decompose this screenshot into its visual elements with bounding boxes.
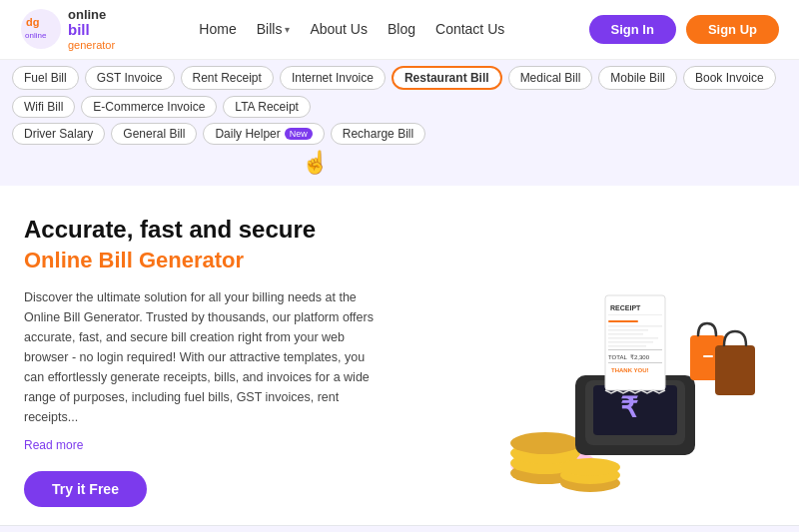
nav-bills[interactable]: Bills ▾ bbox=[257, 21, 291, 37]
svg-rect-22 bbox=[608, 333, 643, 335]
hero-illustration: ₹ RECEIPT TOTAL ₹2,300 THANK YOU! bbox=[425, 216, 775, 515]
svg-text:THANK YOU!: THANK YOU! bbox=[611, 367, 649, 373]
svg-text:TOTAL: TOTAL bbox=[608, 354, 627, 360]
new-badge: New bbox=[285, 128, 313, 140]
svg-rect-26 bbox=[608, 349, 662, 350]
nav-home[interactable]: Home bbox=[199, 21, 236, 37]
hero-section: Accurate, fast and secure Online Bill Ge… bbox=[0, 186, 799, 525]
tag-row-1: Fuel BillGST InvoiceRent ReceiptInternet… bbox=[12, 66, 787, 118]
main-nav: Home Bills ▾ About Us Blog Contact Us bbox=[199, 21, 504, 37]
svg-rect-21 bbox=[608, 329, 648, 331]
cursor-area: ☝ bbox=[12, 150, 787, 180]
tag-item[interactable]: Mobile Bill bbox=[598, 66, 677, 90]
svg-point-0 bbox=[21, 9, 61, 49]
tag-row-2: Driver SalaryGeneral BillDaily HelperNew… bbox=[12, 123, 787, 145]
nav-contact-us[interactable]: Contact Us bbox=[435, 21, 504, 37]
tag-item[interactable]: Book Invoice bbox=[683, 66, 776, 90]
try-free-button[interactable]: Try it Free bbox=[24, 471, 147, 507]
header: dg online online bill generator Home Bil… bbox=[0, 0, 799, 60]
svg-point-8 bbox=[510, 432, 580, 454]
svg-text:₹: ₹ bbox=[620, 392, 638, 423]
footer-hint: dg Experience the Benefits Today! bbox=[0, 525, 799, 532]
tag-item[interactable]: Restaurant Bill bbox=[392, 66, 502, 90]
tag-item[interactable]: Fuel Bill bbox=[12, 66, 79, 90]
tag-item[interactable]: Driver Salary bbox=[12, 123, 105, 145]
signup-button[interactable]: Sign Up bbox=[686, 15, 779, 44]
svg-rect-33 bbox=[715, 345, 755, 395]
hero-description: Discover the ultimate solution for all y… bbox=[24, 287, 384, 427]
logo-online-label: online bbox=[68, 8, 115, 22]
tag-item[interactable]: Daily HelperNew bbox=[203, 123, 324, 145]
svg-rect-25 bbox=[608, 345, 646, 347]
read-more-link[interactable]: Read more bbox=[24, 438, 83, 452]
tag-item[interactable]: Wifi Bill bbox=[12, 96, 75, 118]
tag-item[interactable]: Internet Invoice bbox=[280, 66, 386, 90]
tag-item[interactable]: E-Commerce Invoice bbox=[81, 96, 217, 118]
svg-rect-19 bbox=[608, 320, 638, 322]
svg-text:₹2,300: ₹2,300 bbox=[630, 354, 650, 360]
logo-icon: dg online bbox=[20, 8, 62, 50]
svg-rect-23 bbox=[608, 337, 658, 339]
hero-svg: ₹ RECEIPT TOTAL ₹2,300 THANK YOU! bbox=[435, 216, 765, 515]
logo-bill-label: bill bbox=[68, 22, 115, 39]
svg-rect-32 bbox=[703, 355, 713, 357]
svg-text:online: online bbox=[25, 31, 47, 40]
tag-item[interactable]: Medical Bill bbox=[508, 66, 593, 90]
tag-item[interactable]: Recharge Bill bbox=[331, 123, 425, 145]
chevron-down-icon: ▾ bbox=[285, 24, 290, 35]
tag-item[interactable]: General Bill bbox=[111, 123, 197, 145]
hero-content: Accurate, fast and secure Online Bill Ge… bbox=[24, 216, 384, 507]
svg-rect-24 bbox=[608, 341, 653, 343]
svg-point-11 bbox=[560, 458, 620, 476]
tag-bar: Fuel BillGST InvoiceRent ReceiptInternet… bbox=[0, 60, 799, 186]
tag-item[interactable]: Rent Receipt bbox=[181, 66, 274, 90]
header-buttons: Sign In Sign Up bbox=[589, 15, 779, 44]
hero-headline-2: Online Bill Generator bbox=[24, 248, 384, 273]
signin-button[interactable]: Sign In bbox=[589, 15, 676, 44]
svg-rect-18 bbox=[608, 314, 662, 315]
logo-generator-label: generator bbox=[68, 39, 115, 51]
tag-item[interactable]: GST Invoice bbox=[85, 66, 175, 90]
tag-item[interactable]: LTA Receipt bbox=[223, 96, 311, 118]
svg-rect-29 bbox=[608, 362, 662, 363]
svg-text:dg: dg bbox=[26, 16, 39, 28]
svg-rect-20 bbox=[608, 325, 662, 327]
logo[interactable]: dg online online bill generator bbox=[20, 8, 115, 51]
hero-headline-1: Accurate, fast and secure bbox=[24, 216, 384, 244]
nav-about-us[interactable]: About Us bbox=[310, 21, 368, 37]
logo-text: online bill generator bbox=[68, 8, 115, 51]
svg-text:RECEIPT: RECEIPT bbox=[610, 304, 641, 311]
cursor-icon: ☝ bbox=[302, 150, 329, 176]
nav-blog[interactable]: Blog bbox=[388, 21, 415, 37]
